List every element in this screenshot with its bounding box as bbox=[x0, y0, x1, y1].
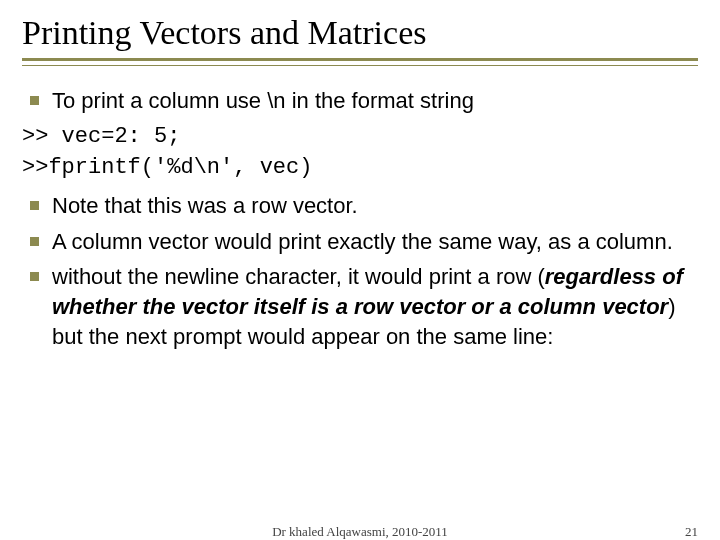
slide-content: To print a column use \n in the format s… bbox=[22, 86, 698, 352]
footer-page-number: 21 bbox=[685, 524, 698, 540]
bullet-text: Note that this was a row vector. bbox=[52, 193, 358, 218]
code-line: >> vec=2: 5; bbox=[22, 122, 698, 152]
footer-author: Dr khaled Alqawasmi, 2010-2011 bbox=[0, 524, 720, 540]
code-line: >>fprintf('%d\n', vec) bbox=[22, 153, 698, 183]
bullet-item: Note that this was a row vector. bbox=[22, 191, 698, 221]
slide: Printing Vectors and Matrices To print a… bbox=[0, 0, 720, 540]
title-rule bbox=[22, 58, 698, 66]
bullet-item: without the newline character, it would … bbox=[22, 262, 698, 351]
bullet-text: A column vector would print exactly the … bbox=[52, 229, 673, 254]
bullet-text: To print a column use \n in the format s… bbox=[52, 88, 474, 113]
bullets-bottom: Note that this was a row vector. A colum… bbox=[22, 191, 698, 351]
slide-title: Printing Vectors and Matrices bbox=[22, 14, 698, 52]
bullet-text-prefix: without the newline character, it would … bbox=[52, 264, 545, 289]
bullet-item: To print a column use \n in the format s… bbox=[22, 86, 698, 116]
bullet-item: A column vector would print exactly the … bbox=[22, 227, 698, 257]
bullets-top: To print a column use \n in the format s… bbox=[22, 86, 698, 116]
